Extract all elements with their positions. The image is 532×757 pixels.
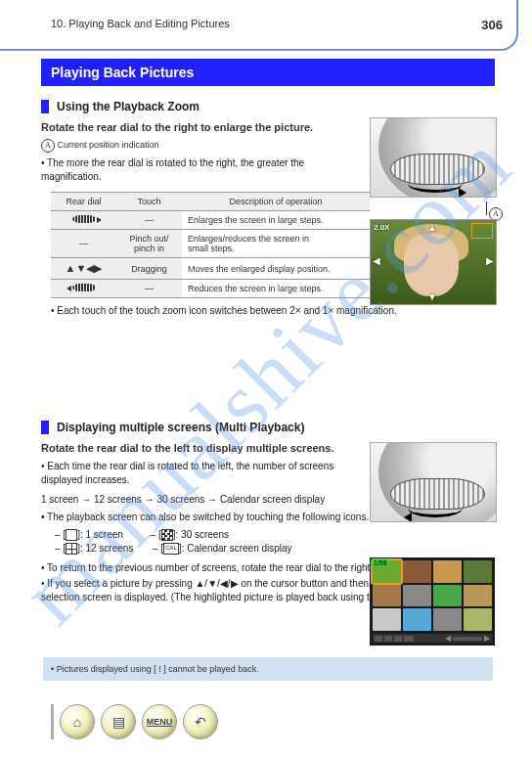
- list-button[interactable]: ▤: [101, 704, 136, 739]
- zoom-controls-table: Rear dial Touch Description of operation…: [51, 192, 370, 298]
- row2-label: Pinch out/ pinch in: [116, 230, 182, 258]
- touch-zoom-note: • Each touch of the touch zoom icon swit…: [51, 304, 501, 318]
- breadcrumb: 10. Playing Back and Editing Pictures: [51, 18, 230, 29]
- step-text: Rotate the rear dial to the right to enl…: [41, 121, 334, 133]
- page-title-bar: Playing Back Pictures: [41, 59, 495, 86]
- magnification-label: 2.0X: [374, 223, 389, 232]
- twelve-screen-icon: [66, 543, 77, 555]
- dial-illustration-2: [370, 442, 497, 522]
- note-box: • Pictures displayed using [ ! ] cannot …: [43, 657, 493, 681]
- row4-desc: Reduces the screen in large steps.: [182, 280, 370, 298]
- dial-illustration-1: [370, 117, 497, 198]
- nav-icons: ⌂ ▤ MENU ↶: [51, 704, 218, 739]
- position-indicator-box: [471, 223, 493, 239]
- thirty-screen-icon: [161, 529, 173, 541]
- th-rear-dial: Rear dial: [51, 193, 116, 211]
- dial-left-icon: [72, 284, 96, 291]
- count-badge: 1/98: [372, 559, 389, 566]
- bullet-screens-increase: • Each time the rear dial is rotated to …: [41, 460, 354, 487]
- screen-sequence: 1 screen → 12 screens → 30 screens → Cal…: [41, 493, 354, 507]
- row3-label: Dragging: [116, 258, 182, 280]
- menu-button[interactable]: MENU: [142, 704, 177, 739]
- th-description: Description of operation: [182, 193, 370, 211]
- calendar-icon: CAL: [163, 543, 179, 555]
- th-touch: Touch: [116, 193, 182, 211]
- section-title-zoom: Using the Playback Zoom: [41, 100, 501, 113]
- bullet-magnification: • The more the rear dial is rotated to t…: [41, 156, 344, 184]
- icon-legend: – []: 1 screen – []: 30 screens – []: 12…: [55, 528, 348, 556]
- zoom-preview-photo: 2.0X ▲ ▼ ◀ ▶: [370, 219, 497, 305]
- dial-right-icon: [72, 215, 96, 223]
- row3-desc: Moves the enlarged display position.: [182, 258, 370, 280]
- note-text: Pictures displayed using [ ! ] cannot be…: [57, 664, 259, 674]
- step-text-multi: Rotate the rear dial to the left to disp…: [41, 442, 334, 454]
- marker-a-icon: A: [41, 139, 55, 153]
- cursor-icons: ▲▼◀▶: [51, 258, 116, 280]
- back-button[interactable]: ↶: [183, 704, 218, 739]
- multi-playback-grid: 1/98: [370, 557, 495, 646]
- row2-desc: Enlarges/reduces the screen in small ste…: [182, 230, 370, 258]
- page-number: 306: [481, 18, 503, 32]
- section-title-multi: Displaying multiple screens (Multi Playb…: [41, 421, 501, 434]
- home-button[interactable]: ⌂: [60, 704, 95, 739]
- single-screen-icon: [66, 529, 77, 541]
- row1-desc: Enlarges the screen in large steps.: [182, 211, 370, 230]
